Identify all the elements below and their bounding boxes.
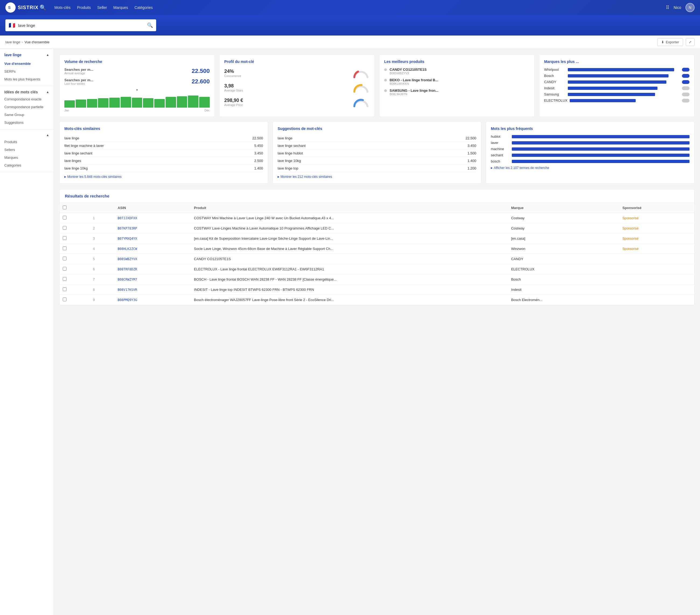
brand-toggle-4[interactable] <box>682 86 689 90</box>
td-checkbox-0 <box>60 213 90 223</box>
table-row: 2 B07KP783RP COSTWAY Lave-Linges Machine… <box>60 223 694 233</box>
table-row: 4 B08HLK2ZCW Socle Lave Linge, Winzwon 4… <box>60 244 694 254</box>
td-asin-2[interactable]: B07YMXQ4YX <box>114 233 191 244</box>
share-button[interactable]: ⤢ <box>686 38 695 46</box>
product-name-3[interactable]: SAMSUNG - Lave linge fron... <box>390 89 438 92</box>
sidebar-item-same-group[interactable]: Same Group <box>0 111 53 119</box>
sidebar-item-produits[interactable]: Produits <box>0 138 53 146</box>
nav-categories[interactable]: Catégories <box>135 5 153 10</box>
row-checkbox-5[interactable] <box>63 267 66 271</box>
sidebar-item-exacte[interactable]: Correspondance exacte <box>0 95 53 103</box>
nav-produits[interactable]: Produits <box>77 5 91 10</box>
brand-toggle-1[interactable] <box>682 68 689 72</box>
sidebar-item-vue-densemble[interactable]: Vue d'ensemble <box>0 60 53 67</box>
freq-name-1: hublot <box>491 134 510 139</box>
sidebar-section3-header[interactable]: ▲ <box>0 129 53 138</box>
row-checkbox-6[interactable] <box>63 277 66 281</box>
kw-sugg-val-2: 3.450 <box>467 144 476 148</box>
brand-toggle-5[interactable] <box>682 92 689 96</box>
freq-bar-4 <box>512 154 689 157</box>
grid-icon[interactable]: ⠿ <box>666 4 669 11</box>
kw-similar-row-5: lave linge 10kg 1.400 <box>64 165 263 172</box>
product-name-2[interactable]: BEKO - Lave linge frontal B... <box>390 78 438 82</box>
sidebar-item-suggestions[interactable]: Suggestions <box>0 119 53 126</box>
bar-13 <box>199 97 210 107</box>
th-asin[interactable]: ASIN <box>114 203 191 213</box>
row-checkbox-4[interactable] <box>63 257 66 260</box>
kw-similar-row-3: lave linge sechant 3.450 <box>64 150 263 157</box>
similar-kw-link[interactable]: Montrer les 5.848 mots-clés similaires <box>64 175 263 179</box>
breadcrumb-parent[interactable]: lave linge <box>5 40 20 44</box>
sidebar-item-marques[interactable]: Marques <box>0 154 53 162</box>
kw-val-5: 1.400 <box>254 166 263 170</box>
kw-sugg-val-5: 1.200 <box>467 166 476 170</box>
row-checkbox-1[interactable] <box>63 226 66 230</box>
th-brand[interactable]: Marque <box>508 203 619 213</box>
td-asin-7[interactable]: B08V17KSVR <box>114 285 191 295</box>
row-checkbox-3[interactable] <box>63 246 66 250</box>
td-asin-5[interactable]: B08TRF8DZR <box>114 264 191 274</box>
profile-row-stars: 3,98 Average Stars <box>224 82 370 93</box>
brand-name-6: ELECTROLUX <box>544 99 567 103</box>
sidebar-chevron-2: ▲ <box>46 90 49 94</box>
profile-row-price: 298,90 € Average Price <box>224 97 370 107</box>
sidebar-item-serps[interactable]: SERPs <box>0 67 53 75</box>
sidebar-section1-header[interactable]: lave linge ▲ <box>0 49 53 60</box>
row-checkbox-7[interactable] <box>63 287 66 291</box>
brand-bar-6 <box>570 99 636 102</box>
td-asin-6[interactable]: B08CRWZYM7 <box>114 274 191 285</box>
brand-toggle-2[interactable] <box>682 74 689 78</box>
td-product-1: COSTWAY Lave-Linges Machine à Laver Auto… <box>191 223 508 233</box>
breadcrumb-current: Vue d'ensemble <box>25 40 49 44</box>
sidebar-item-mots-frequents[interactable]: Mots les plus fréquents <box>0 75 53 83</box>
brand-toggle-6[interactable] <box>682 99 689 103</box>
td-checkbox-7 <box>60 285 90 295</box>
td-checkbox-5 <box>60 264 90 274</box>
td-asin-8[interactable]: B08PMQ9Y3G <box>114 295 191 305</box>
bar-3 <box>87 99 98 108</box>
th-product[interactable]: Produit <box>191 203 508 213</box>
kw-sugg-name-4: lave linge 10kg <box>278 159 301 163</box>
kw-sugg-name-1: lave linge <box>278 136 292 140</box>
td-asin-0[interactable]: B07JJXDFXX <box>114 213 191 223</box>
brand-name-1: Whirlpool <box>544 67 566 72</box>
bar-arrow: ▼ <box>64 89 210 91</box>
row-checkbox-8[interactable] <box>63 297 66 301</box>
nav-mots-cles[interactable]: Mots-clés <box>54 5 71 10</box>
freq-link[interactable]: Afficher les 2.107 termes de recherche <box>491 166 689 170</box>
bar-2 <box>76 100 86 107</box>
row-checkbox-2[interactable] <box>63 236 66 240</box>
td-num-6: 7 <box>90 274 114 285</box>
nav-seller[interactable]: Seller <box>97 5 107 10</box>
nav-marques[interactable]: Marques <box>113 5 128 10</box>
row-checkbox-0[interactable] <box>63 216 66 219</box>
sidebar-section2-header[interactable]: Idées de mots clés ▲ <box>0 86 53 95</box>
table-row: 9 B08PMQ9Y3G Bosch électroménager WAJ280… <box>60 295 694 305</box>
brand-toggle-3[interactable] <box>682 80 689 84</box>
td-num-7: 8 <box>90 285 114 295</box>
td-asin-3[interactable]: B08HLK2ZCW <box>114 244 191 254</box>
select-all-checkbox[interactable] <box>63 206 66 209</box>
sidebar-item-categories[interactable]: Catégories <box>0 162 53 169</box>
product-name-1[interactable]: CANDY CO12105TE1S <box>390 67 427 72</box>
export-button[interactable]: ⬇ Exporter <box>657 38 683 46</box>
sidebar-item-partielle[interactable]: Correspondance partielle <box>0 103 53 111</box>
search-input[interactable] <box>18 23 147 28</box>
nav-username: Nico <box>674 5 681 10</box>
th-sponsored[interactable]: Sponsorisé <box>619 203 694 213</box>
suggestions-link[interactable]: Montrer les 212 mots-clés similaires <box>278 175 476 179</box>
volume-label-1: Searches per m... Annual average <box>64 67 93 75</box>
td-asin-1[interactable]: B07KP783RP <box>114 223 191 233</box>
sidebar-item-sellers[interactable]: Sellers <box>0 146 53 154</box>
td-asin-4[interactable]: B08SWBZYVX <box>114 254 191 264</box>
kw-sugg-val-1: 22.500 <box>465 136 476 140</box>
breadcrumb-sep: › <box>22 40 23 44</box>
td-product-8: Bosch électroménager WAJ28057FF Lave-lin… <box>191 295 508 305</box>
search-button[interactable]: 🔍 <box>147 22 153 28</box>
profile-title: Profil du mot-clé <box>224 60 370 64</box>
sidebar-chevron-3: ▲ <box>46 133 49 137</box>
avatar: N <box>686 3 695 12</box>
main-layout: lave linge ▲ Vue d'ensemble SERPs Mots l… <box>0 49 700 615</box>
td-product-3: Socle Lave Linge, Winzwon 45cm-68cm Base… <box>191 244 508 254</box>
td-num-2: 3 <box>90 233 114 244</box>
